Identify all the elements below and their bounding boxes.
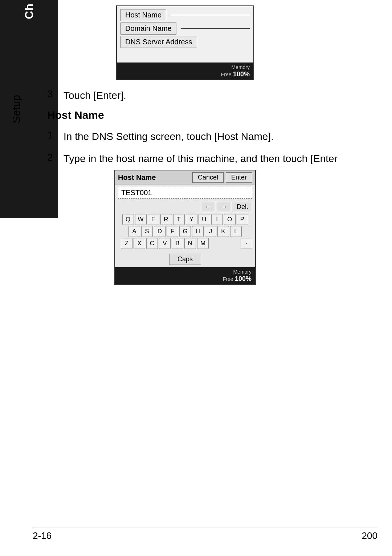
key-w[interactable]: W [135, 214, 147, 225]
key-l[interactable]: L [230, 226, 242, 237]
page-footer: 2-16 200 [33, 528, 377, 541]
key-k[interactable]: K [217, 226, 229, 237]
kb-caps-btn[interactable]: Caps [169, 254, 201, 265]
step-1-text: In the DNS Setting screen, touch [Host N… [64, 129, 274, 144]
kb-memory-value: 100% [235, 275, 252, 282]
key-b[interactable]: B [172, 238, 183, 249]
kb-nav-left-btn[interactable]: ← [201, 202, 215, 212]
dns-server-btn[interactable]: DNS Server Address [121, 36, 197, 48]
kb-input-row: TEST001 [118, 187, 252, 199]
key-p[interactable]: P [237, 214, 248, 225]
key-m[interactable]: M [197, 238, 209, 249]
step-2-text: Type in the host name of this machine, a… [64, 152, 338, 166]
step-1-num: 1 [47, 129, 64, 141]
key-j[interactable]: J [205, 226, 216, 237]
key-q[interactable]: Q [122, 214, 134, 225]
kb-input-text: TEST001 [121, 189, 152, 197]
key-e[interactable]: E [148, 214, 159, 225]
key-h[interactable]: H [192, 226, 204, 237]
key-hyphen[interactable]: - [241, 238, 252, 249]
host-name-heading: Host Name [47, 109, 377, 121]
key-u[interactable]: U [199, 214, 210, 225]
kb-header: Host Name Cancel Enter [115, 170, 255, 185]
domain-name-row: Domain Name [121, 23, 250, 35]
screen-panel-top: Host Name Domain Name DNS Server Address [117, 6, 253, 63]
kb-header-btns: Cancel Enter [192, 172, 252, 183]
step-1-line: 1 In the DNS Setting screen, touch [Host… [47, 129, 377, 144]
key-a[interactable]: A [128, 226, 140, 237]
kb-nav-right-btn[interactable]: → [217, 202, 231, 212]
key-t[interactable]: T [173, 214, 185, 225]
host-name-row: Host Name [121, 9, 250, 21]
kb-cancel-btn[interactable]: Cancel [192, 172, 224, 183]
sidebar-setup: Setup [0, 0, 33, 218]
domain-name-btn[interactable]: Domain Name [121, 23, 176, 35]
key-c[interactable]: C [146, 238, 158, 249]
dns-server-row: DNS Server Address [121, 36, 250, 48]
key-s[interactable]: S [141, 226, 153, 237]
kb-caps-row: Caps [115, 254, 255, 265]
first-screen-panel: Host Name Domain Name DNS Server Address… [116, 5, 254, 80]
step-2-num: 2 [47, 152, 64, 163]
setup-label: Setup [10, 95, 23, 123]
key-y[interactable]: Y [186, 214, 197, 225]
step-1-block: 1 In the DNS Setting screen, touch [Host… [47, 129, 377, 144]
key-d[interactable]: D [154, 226, 166, 237]
domain-name-line [181, 28, 250, 29]
host-name-btn[interactable]: Host Name [121, 9, 166, 21]
first-screen-footer: MemoryFree 100% [117, 63, 253, 80]
step-3-text: Touch [Enter]. [64, 88, 126, 102]
kb-rows: Q W E R T Y U I O P A S D F G H J K [115, 213, 255, 252]
step-3-num: 3 [47, 88, 64, 100]
key-i[interactable]: I [211, 214, 223, 225]
kb-footer: MemoryFree 100% [115, 267, 255, 284]
step-2-block: 2 Type in the host name of this machine,… [47, 152, 377, 166]
key-v[interactable]: V [159, 238, 171, 249]
step-3-line: 3 Touch [Enter]. [47, 88, 377, 102]
key-r[interactable]: R [160, 214, 172, 225]
key-z[interactable]: Z [121, 238, 132, 249]
key-n[interactable]: N [184, 238, 196, 249]
host-name-line [171, 15, 250, 15]
page-num-right: 200 [362, 530, 377, 541]
kb-row-1: Q W E R T Y U I O P [118, 214, 252, 225]
kb-row-2: A S D F G H J K L [118, 226, 252, 237]
key-x[interactable]: X [134, 238, 145, 249]
main-content: Host Name Domain Name DNS Server Address… [33, 0, 392, 299]
kb-enter-btn[interactable]: Enter [226, 172, 252, 183]
step-3-block: 3 Touch [Enter]. [47, 88, 377, 102]
step-2-line: 2 Type in the host name of this machine,… [47, 152, 377, 166]
kb-del-btn[interactable]: Del. [233, 202, 252, 212]
kb-nav-row: ← → Del. [115, 201, 255, 213]
key-f[interactable]: F [167, 226, 178, 237]
keyboard-panel: Host Name Cancel Enter TEST001 ← → Del. … [114, 170, 256, 285]
key-g[interactable]: G [179, 226, 191, 237]
kb-title: Host Name [118, 173, 156, 182]
key-o[interactable]: O [224, 214, 236, 225]
kb-row-3: Z X C V B N M - [118, 238, 252, 249]
page-num-left: 2-16 [33, 530, 52, 541]
first-memory-value: 100% [233, 70, 250, 78]
